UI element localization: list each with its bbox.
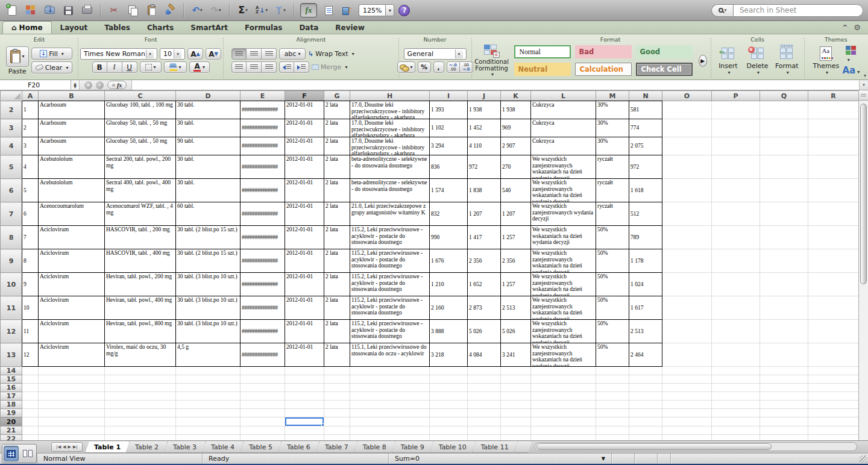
cell-P18[interactable] <box>712 401 760 409</box>
align-left-button[interactable] <box>231 61 247 73</box>
cell-P15[interactable] <box>712 375 760 384</box>
cell-M15[interactable] <box>596 375 629 384</box>
align-center-button[interactable] <box>247 61 262 73</box>
column-header-K[interactable]: K <box>501 91 531 101</box>
increase-decimal-button[interactable]: ←.0.00 <box>447 61 460 73</box>
cell-K2[interactable]: 1 938 <box>501 101 531 119</box>
paste-button[interactable]: Paste <box>6 46 29 75</box>
cell-I5[interactable]: 836 <box>430 155 468 179</box>
cell-C12[interactable]: Heviran, tabl. powl., 800 mg <box>105 320 176 343</box>
cell-M3[interactable]: 30% <box>596 119 629 137</box>
cell-R13[interactable] <box>808 343 859 367</box>
cell-C22[interactable] <box>105 435 176 441</box>
row-header-22[interactable]: 22 <box>1 435 22 441</box>
cell-M14[interactable] <box>596 367 629 375</box>
tab-layout[interactable]: Layout <box>52 21 96 34</box>
formula-bar-expand-icon[interactable]: ▾ <box>859 80 868 90</box>
cell-E8[interactable]: ############## <box>241 226 285 249</box>
cell-H18[interactable] <box>350 401 430 409</box>
cell-Q6[interactable] <box>760 179 808 202</box>
cell-H20[interactable] <box>350 417 430 426</box>
cell-J21[interactable] <box>468 426 501 435</box>
cell-C17[interactable] <box>105 392 176 401</box>
cell-H21[interactable] <box>350 426 430 435</box>
cell-N12[interactable]: 2 513 <box>629 320 662 343</box>
cell-name-box[interactable]: F20 <box>0 80 71 90</box>
cell-M12[interactable]: 50% <box>596 320 629 343</box>
cell-B6[interactable]: Acebutololum <box>39 179 105 202</box>
tab-formulas[interactable]: Formulas <box>236 21 291 34</box>
cell-J9[interactable]: 2 356 <box>468 249 501 273</box>
cut-icon[interactable]: ✂ <box>107 3 121 17</box>
cell-B15[interactable] <box>39 375 105 384</box>
cell-M11[interactable]: 50% <box>596 296 629 320</box>
column-header-E[interactable]: E <box>241 91 285 101</box>
cell-M21[interactable] <box>596 426 629 435</box>
cell-R6[interactable] <box>808 179 859 202</box>
clear-button[interactable]: Clear <box>31 61 73 73</box>
cell-N7[interactable]: 512 <box>629 202 662 226</box>
cell-K5[interactable]: 270 <box>501 155 531 179</box>
cell-A19[interactable] <box>22 409 39 417</box>
cell-B4[interactable]: Acarbosum <box>39 137 105 155</box>
cell-A15[interactable] <box>22 375 39 384</box>
horizontal-scrollbar[interactable] <box>535 442 857 451</box>
cell-E14[interactable] <box>241 367 285 375</box>
cell-H8[interactable]: 115.2, Leki przeciwwirusowe - acyklowir … <box>350 226 430 249</box>
cell-P14[interactable] <box>712 367 760 375</box>
cell-style-bad[interactable]: Bad <box>575 45 632 58</box>
cell-P19[interactable] <box>712 409 760 417</box>
cell-E11[interactable]: ############## <box>241 296 285 320</box>
cell-O18[interactable] <box>662 401 712 409</box>
cell-I18[interactable] <box>430 401 468 409</box>
column-header-Q[interactable]: Q <box>760 91 808 101</box>
cell-style-calculation[interactable]: Calculation <box>575 63 632 76</box>
cell-E16[interactable] <box>241 384 285 392</box>
cell-E17[interactable] <box>241 392 285 401</box>
cell-O5[interactable] <box>662 155 712 179</box>
cell-F2[interactable]: 2012-01-01 <box>285 101 324 119</box>
cell-E3[interactable]: ############## <box>241 119 285 137</box>
cell-F9[interactable]: 2012-01-01 <box>285 249 324 273</box>
cell-H3[interactable]: 17.0, Doustne leki przeciwcukrzycowe - i… <box>350 119 430 137</box>
cell-R11[interactable] <box>808 296 859 320</box>
cell-N6[interactable]: 1 618 <box>629 179 662 202</box>
show-formulas-icon[interactable] <box>321 3 336 17</box>
cell-M20[interactable] <box>596 417 629 426</box>
cell-L5[interactable]: We wszystkich zarejestrowanych wskazania… <box>531 155 596 179</box>
normal-view-button[interactable] <box>4 446 19 461</box>
column-header-R[interactable]: R <box>808 91 859 101</box>
cell-P17[interactable] <box>712 392 760 401</box>
cell-N8[interactable]: 789 <box>629 226 662 249</box>
tab-data[interactable]: Data <box>291 21 327 34</box>
cell-J19[interactable] <box>468 409 501 417</box>
row-header-9[interactable]: 9 <box>1 249 22 273</box>
cell-Q8[interactable] <box>760 226 808 249</box>
cell-O6[interactable] <box>662 179 712 202</box>
column-header-J[interactable]: J <box>468 91 501 101</box>
cell-O8[interactable] <box>662 226 712 249</box>
cell-O21[interactable] <box>662 426 712 435</box>
cell-H9[interactable]: 115.2, Leki przeciwwirusowe - acyklowir … <box>350 249 430 273</box>
search-input[interactable] <box>733 4 863 17</box>
cell-I17[interactable] <box>430 392 468 401</box>
cell-D5[interactable]: 30 tabl. <box>176 155 241 179</box>
cell-O17[interactable] <box>662 392 712 401</box>
column-header-G[interactable]: G <box>324 91 350 101</box>
cell-A17[interactable] <box>22 392 39 401</box>
zoom-dropdown-icon[interactable]: ▾ <box>385 4 394 16</box>
cell-Q7[interactable] <box>760 202 808 226</box>
cell-G21[interactable] <box>324 426 350 435</box>
cell-E5[interactable]: ############## <box>241 155 285 179</box>
cell-C16[interactable] <box>105 384 176 392</box>
cell-L12[interactable]: We wszystkich zarejestrowanych wskazania… <box>531 320 596 343</box>
cell-L18[interactable] <box>531 401 596 409</box>
cell-Q10[interactable] <box>760 273 808 296</box>
cell-O12[interactable] <box>662 320 712 343</box>
cell-M19[interactable] <box>596 409 629 417</box>
cell-E10[interactable]: ############## <box>241 273 285 296</box>
cell-I21[interactable] <box>430 426 468 435</box>
row-header-21[interactable]: 21 <box>1 426 22 435</box>
cell-C10[interactable]: Heviran, tabl. powl., 200 mg <box>105 273 176 296</box>
cell-A21[interactable] <box>22 426 39 435</box>
